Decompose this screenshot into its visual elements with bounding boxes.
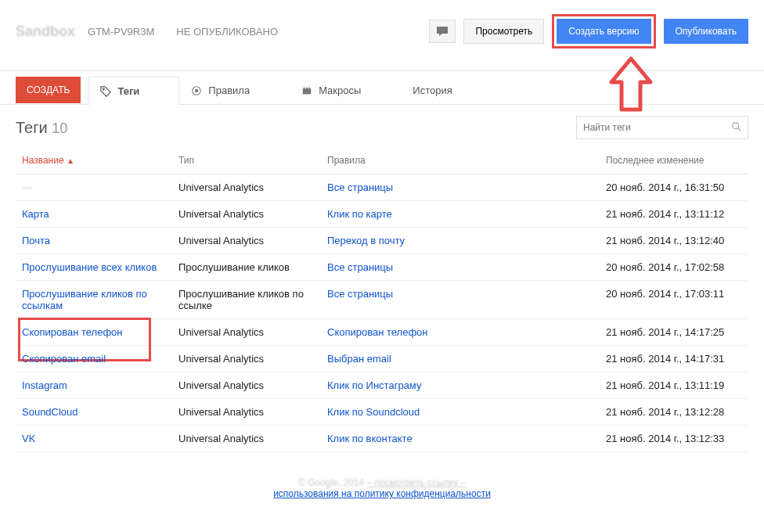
tag-rule-link[interactable]: Клик по Soundcloud xyxy=(327,406,420,418)
tag-name-link[interactable]: Instagram xyxy=(22,379,67,391)
tag-name-link[interactable]: VK xyxy=(22,433,35,444)
tab-rules[interactable]: Правила xyxy=(179,76,290,104)
tab-macros[interactable]: Макросы xyxy=(290,76,401,104)
tag-date: 21 нояб. 2014 г., 13:11:19 xyxy=(600,372,748,399)
tags-table: Название ▲ Тип Правила Последнее изменен… xyxy=(16,147,748,452)
svg-line-7 xyxy=(738,128,741,131)
tag-rule-link[interactable]: Все страницы xyxy=(327,261,393,273)
preview-button[interactable]: Просмотреть xyxy=(463,19,544,44)
tag-type: Universal Analytics xyxy=(172,228,321,254)
target-icon xyxy=(191,85,202,96)
col-type[interactable]: Тип xyxy=(172,147,321,174)
tag-date: 21 нояб. 2014 г., 14:17:31 xyxy=(600,346,748,372)
tag-type: Universal Analytics xyxy=(172,319,321,346)
annotation-arrow xyxy=(607,55,654,120)
tag-date: 20 нояб. 2014 г., 16:31:50 xyxy=(600,174,748,201)
col-name[interactable]: Название ▲ xyxy=(16,147,172,174)
table-row: SoundCloudUniversal AnalyticsКлик по Sou… xyxy=(16,399,748,426)
tag-type: Universal Analytics xyxy=(172,174,321,201)
content-head: Теги 10 xyxy=(16,116,748,139)
col-rules[interactable]: Правила xyxy=(321,147,600,174)
tag-name-link[interactable]: Прослушивание кликов по ссылкам xyxy=(22,288,147,311)
tab-macros-label: Макросы xyxy=(319,84,361,96)
tag-name-link[interactable]: Карта xyxy=(22,208,49,220)
tag-type: Universal Analytics xyxy=(172,426,321,452)
highlight-create-version: Создать версию xyxy=(552,14,655,49)
tag-rule-link[interactable]: Выбран email xyxy=(327,353,391,365)
tag-type: Прослушивание кликов xyxy=(172,254,321,281)
tag-name-link[interactable]: Скопирован email xyxy=(22,353,106,365)
tag-date: 21 нояб. 2014 г., 13:12:33 xyxy=(600,426,748,452)
tab-rules-label: Правила xyxy=(208,84,250,96)
tab-history[interactable]: История xyxy=(401,76,492,104)
header-actions: Просмотреть Создать версию Опубликовать xyxy=(429,14,748,49)
tag-date: 21 нояб. 2014 г., 13:12:28 xyxy=(600,399,748,426)
page-title: Теги 10 xyxy=(16,119,67,137)
search-input[interactable] xyxy=(576,116,748,139)
tag-date: 20 нояб. 2014 г., 17:02:58 xyxy=(600,254,748,281)
tag-rule-link[interactable]: Клик по карте xyxy=(327,208,392,220)
table-row: Скопирован телефонUniversal AnalyticsСко… xyxy=(16,319,748,346)
publish-status: НЕ ОПУБЛИКОВАНО xyxy=(176,26,278,38)
tag-icon xyxy=(100,86,111,97)
create-button[interactable]: СОЗДАТЬ xyxy=(16,77,81,103)
macros-icon xyxy=(301,85,312,96)
table-row: ПочтаUniversal AnalyticsПереход в почту2… xyxy=(16,228,748,254)
tag-name-link[interactable]: Почта xyxy=(22,235,50,246)
tag-type: Universal Analytics xyxy=(172,399,321,426)
tag-date: 21 нояб. 2014 г., 14:17:25 xyxy=(600,319,748,346)
footer-link-policy[interactable]: использования на политику конфиденциальн… xyxy=(273,488,491,499)
tag-date: 21 нояб. 2014 г., 13:12:40 xyxy=(600,228,748,254)
header-left: Sandbox GTM-PV9R3M НЕ ОПУБЛИКОВАНО xyxy=(16,23,278,40)
tag-type: Universal Analytics xyxy=(172,201,321,228)
search-icon xyxy=(731,121,742,135)
footer-link-blur[interactable]: – посмотреть ссылку – xyxy=(367,477,466,488)
page-title-text: Теги xyxy=(16,119,48,136)
comment-button[interactable] xyxy=(429,20,456,43)
col-modified[interactable]: Последнее изменение xyxy=(600,147,748,174)
svg-rect-4 xyxy=(306,87,308,89)
table-row: Прослушивание всех кликовПрослушивание к… xyxy=(16,254,748,281)
tag-rule-link[interactable]: Все страницы xyxy=(327,288,393,300)
tag-type: Прослушивание кликов по ссылке xyxy=(172,281,321,319)
content: Теги 10 Название ▲ Тип Правила Последнее… xyxy=(0,105,764,532)
tag-name-link[interactable]: SoundCloud xyxy=(22,406,78,418)
svg-rect-2 xyxy=(303,88,312,94)
logo: Sandbox xyxy=(16,23,75,40)
publish-button[interactable]: Опубликовать xyxy=(664,19,748,44)
table-row: VKUniversal AnalyticsКлик по вконтакте21… xyxy=(16,426,748,452)
table-row: КартаUniversal AnalyticsКлик по карте21 … xyxy=(16,201,748,228)
svg-point-1 xyxy=(195,88,198,92)
comment-icon xyxy=(436,26,449,37)
tab-tags-label: Теги xyxy=(117,85,139,97)
create-version-button[interactable]: Создать версию xyxy=(557,19,650,44)
tag-name-link[interactable]: Скопирован телефон xyxy=(22,326,123,338)
table-row: Скопирован emailUniversal AnalyticsВыбра… xyxy=(16,346,748,372)
tab-tags[interactable]: Теги xyxy=(88,77,179,105)
table-row: —Universal AnalyticsВсе страницы20 нояб.… xyxy=(16,174,748,201)
tag-rule-link[interactable]: Скопирован телефон xyxy=(327,326,428,338)
svg-rect-3 xyxy=(304,87,305,89)
tag-type: Universal Analytics xyxy=(172,346,321,372)
tag-name-blur: — xyxy=(22,182,32,193)
tag-rule-link[interactable]: Клик по вконтакте xyxy=(327,433,413,444)
tag-name-link[interactable]: Прослушивание всех кликов xyxy=(22,261,157,273)
svg-rect-5 xyxy=(309,87,311,89)
tag-date: 21 нояб. 2014 г., 13:11:12 xyxy=(600,201,748,228)
tag-date: 20 нояб. 2014 г., 17:03:11 xyxy=(600,281,748,319)
footer-copyright: © Google, 2014 xyxy=(298,477,364,488)
svg-point-6 xyxy=(733,123,739,129)
tag-rule-link[interactable]: Переход в почту xyxy=(327,235,405,246)
tab-history-label: История xyxy=(413,84,452,96)
tag-rule-link[interactable]: Клик по Инстаграму xyxy=(327,379,421,391)
table-row: InstagramUniversal AnalyticsКлик по Инст… xyxy=(16,372,748,399)
footer: © Google, 2014 – посмотреть ссылку – исп… xyxy=(16,477,748,499)
page-count: 10 xyxy=(52,120,67,136)
tag-type: Universal Analytics xyxy=(172,372,321,399)
container-id: GTM-PV9R3M xyxy=(88,26,154,38)
sort-asc-icon: ▲ xyxy=(67,156,74,165)
tag-rule-link[interactable]: Все страницы xyxy=(327,182,393,193)
table-row: Прослушивание кликов по ссылкамПрослушив… xyxy=(16,281,748,319)
search-wrap xyxy=(576,116,748,139)
